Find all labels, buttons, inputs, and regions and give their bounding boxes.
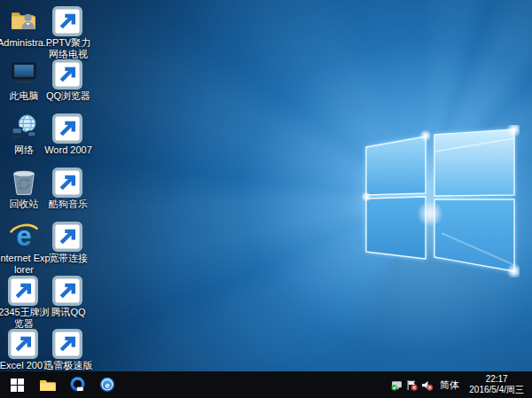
desktop-icon-label: PPTV聚力 网络电视 [42,37,95,59]
broadband-connection-icon [53,221,83,251]
svg-text:e: e [105,381,109,390]
taskbar-clock[interactable]: 22:17 2016/5/4/周三 [465,371,528,398]
desktop-icon-excel-2007[interactable]: X Excel 2007 [1,328,47,371]
windows-desktop: Administra... 此电脑 [0,0,532,398]
desktop-icon-tencent-qq[interactable]: 腾讯QQ [45,275,91,318]
volume-muted-icon[interactable] [419,371,434,398]
desktop-icon-2345-explorer[interactable]: e 2345王牌浏览器 [1,275,47,329]
desktop-icon-label: 迅雷极速版 [42,360,95,371]
shortcut-arrow-icon [52,168,82,198]
desktop-icon-this-pc[interactable]: 此电脑 [1,59,47,102]
desktop-icon-recycle-bin[interactable]: 回收站 [1,167,47,210]
desktop-icon-label: 宽带连接 [42,253,95,264]
tencent-qq-icon [53,275,83,305]
kugou-music-icon: K [53,167,83,197]
network-icon [9,113,39,143]
folder-icon [39,378,56,392]
desktop-icon-pptv[interactable]: PPTV聚力 网络电视 [45,5,91,59]
desktop-icon-network[interactable]: 网络 [1,113,47,156]
desktop-icon-label: Word 2007 [42,144,95,156]
word-2007-icon: W [53,113,83,143]
excel-2007-icon: X [9,328,39,358]
clock-time: 22:17 [469,374,524,385]
shortcut-arrow-icon [8,329,38,359]
internet-explorer-icon: e [9,221,39,251]
2345-explorer-taskbar-button[interactable]: e [92,371,122,398]
desktop-icon-internet-explorer[interactable]: e Internet Explorer [1,221,47,275]
qq-ring-cloud-icon [69,377,86,394]
desktop-icon-label: QQ浏览器 [42,90,95,102]
action-center-alert-icon[interactable] [404,371,419,398]
taskbar: e [0,371,532,398]
desktop-icon-broadband[interactable]: 宽带连接 [45,221,91,264]
clock-date: 2016/5/4/周三 [469,385,524,395]
recycle-bin-icon [9,167,39,197]
shortcut-arrow-icon [8,276,38,306]
shortcut-arrow-icon [52,222,82,252]
hardware-ok-icon[interactable] [389,371,404,398]
shortcut-arrow-icon [52,59,82,90]
file-explorer-taskbar-button[interactable] [32,371,62,398]
desktop-icon-label: 腾讯QQ [42,307,95,318]
shortcut-arrow-icon [52,329,82,359]
input-method-indicator[interactable]: 简体 [434,371,465,398]
desktop-icon-thunder[interactable]: 迅雷极速版 [45,328,91,371]
desktop-icon-word-2007[interactable]: W Word 2007 [45,113,91,156]
windows-logo-wallpaper [360,125,520,277]
desktop-icon-kugou-music[interactable]: K 酷狗音乐 [45,167,91,210]
desktop-icon-qq-browser[interactable]: QQ浏览器 [45,59,91,102]
qq-browser-taskbar-button[interactable] [62,371,92,398]
pptv-icon [53,5,83,35]
windows-logo-icon [11,378,24,392]
blue-e-globe-icon: e [99,377,115,393]
shortcut-arrow-icon [52,6,82,36]
this-pc-icon [9,59,39,89]
system-tray: 简体 22:17 2016/5/4/周三 [389,371,532,398]
administrator-folder-icon [9,5,39,35]
thunder-speed-icon [53,328,83,358]
taskbar-left: e [0,371,122,398]
start-button[interactable] [2,371,32,398]
qq-browser-icon [53,59,83,89]
desktop-icon-label: 酷狗音乐 [42,199,95,210]
desktop-icon-administrator[interactable]: Administra... [1,5,47,49]
2345-explorer-icon: e [9,275,39,305]
shortcut-arrow-icon [52,276,82,306]
shortcut-arrow-icon [52,113,82,144]
